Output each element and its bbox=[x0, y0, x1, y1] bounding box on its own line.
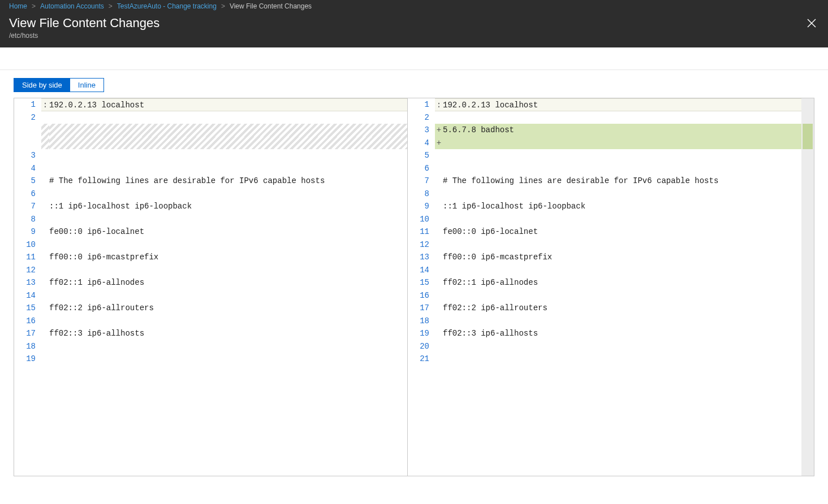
line-number: 21 bbox=[408, 353, 435, 366]
diff-row-right: 16 bbox=[408, 289, 801, 302]
code-text bbox=[443, 149, 801, 162]
diff-row-left: 13ff02::1 ip6-allnodes bbox=[14, 276, 407, 289]
diff-row-right: 5 bbox=[408, 149, 801, 162]
breadcrumb-sep: > bbox=[221, 2, 225, 10]
code-text bbox=[49, 213, 407, 226]
line-number: 5 bbox=[14, 175, 41, 188]
code-text: ff00::0 ip6-mcastprefix bbox=[443, 251, 801, 264]
line-number: 19 bbox=[408, 327, 435, 340]
line-number: 18 bbox=[408, 315, 435, 328]
diff-row-left: 18 bbox=[14, 340, 407, 353]
diff-row-right: 7# The following lines are desirable for… bbox=[408, 175, 801, 188]
diff-row-right: 8 bbox=[408, 188, 801, 201]
close-icon[interactable] bbox=[804, 16, 819, 33]
line-number: 17 bbox=[14, 327, 41, 340]
line-number: 14 bbox=[14, 289, 41, 302]
diff-marker bbox=[41, 327, 49, 340]
diff-row-right: 2 bbox=[408, 111, 801, 124]
diff-marker bbox=[435, 353, 443, 366]
code-text bbox=[49, 340, 407, 353]
diff-marker bbox=[41, 276, 49, 289]
toggle-inline[interactable]: Inline bbox=[70, 79, 104, 92]
code-text bbox=[49, 353, 407, 366]
line-number: 13 bbox=[408, 251, 435, 264]
diff-marker bbox=[435, 315, 443, 328]
code-text: ff02::1 ip6-allnodes bbox=[49, 276, 407, 289]
code-text bbox=[443, 340, 801, 353]
breadcrumb-link-automation[interactable]: Automation Accounts bbox=[40, 2, 104, 10]
code-text bbox=[49, 289, 407, 302]
overview-ruler[interactable] bbox=[801, 98, 814, 476]
diff-marker bbox=[41, 264, 49, 277]
breadcrumb-current: View File Content Changes bbox=[230, 2, 312, 10]
code-text bbox=[443, 289, 801, 302]
diff-marker bbox=[435, 213, 443, 226]
line-number: 13 bbox=[14, 276, 41, 289]
diff-row-left bbox=[14, 137, 407, 150]
diff-row-left: 1:192.0.2.13 localhost bbox=[14, 98, 407, 111]
line-number: 4 bbox=[408, 137, 435, 150]
line-number: 1 bbox=[408, 98, 435, 111]
code-text bbox=[443, 137, 801, 150]
diff-row-right: 19ff02::3 ip6-allhosts bbox=[408, 327, 801, 340]
code-text bbox=[443, 162, 801, 175]
code-text: ff02::1 ip6-allnodes bbox=[443, 276, 801, 289]
diff-row-right: 15ff02::1 ip6-allnodes bbox=[408, 276, 801, 289]
diff-row-right: 3+5.6.7.8 badhost bbox=[408, 124, 801, 137]
diff-row-left: 15ff02::2 ip6-allrouters bbox=[14, 302, 407, 315]
line-number: 2 bbox=[14, 111, 41, 124]
code-text bbox=[49, 162, 407, 175]
line-number: 17 bbox=[408, 302, 435, 315]
diff-marker bbox=[435, 264, 443, 277]
diff-pane-left[interactable]: 1:192.0.2.13 localhost2345# The followin… bbox=[14, 98, 408, 476]
line-number: 9 bbox=[408, 200, 435, 213]
line-number: 18 bbox=[14, 340, 41, 353]
diff-marker bbox=[435, 149, 443, 162]
diff-row-right: 20 bbox=[408, 340, 801, 353]
diff-row-left: 9fe00::0 ip6-localnet bbox=[14, 225, 407, 238]
code-text: ff02::3 ip6-allhosts bbox=[49, 327, 407, 340]
toolbar-spacer bbox=[0, 47, 828, 70]
code-text bbox=[443, 353, 801, 366]
breadcrumb-link-home[interactable]: Home bbox=[9, 2, 27, 10]
code-text bbox=[443, 188, 801, 201]
diff-marker bbox=[41, 149, 49, 162]
code-text: ff02::3 ip6-allhosts bbox=[443, 327, 801, 340]
code-text: fe00::0 ip6-localnet bbox=[49, 225, 407, 238]
diff-row-right: 13ff00::0 ip6-mcastprefix bbox=[408, 251, 801, 264]
diff-marker bbox=[41, 238, 49, 251]
line-number: 4 bbox=[14, 162, 41, 175]
line-number: 7 bbox=[408, 175, 435, 188]
line-number: 6 bbox=[408, 162, 435, 175]
line-number: 19 bbox=[14, 353, 41, 366]
toggle-side-by-side[interactable]: Side by side bbox=[14, 79, 70, 92]
line-number: 6 bbox=[14, 188, 41, 201]
line-number: 3 bbox=[408, 124, 435, 137]
code-text: # The following lines are desirable for … bbox=[49, 175, 407, 188]
line-number: 1 bbox=[14, 98, 41, 111]
code-text: ff00::0 ip6-mcastprefix bbox=[49, 251, 407, 264]
line-number: 12 bbox=[14, 264, 41, 277]
code-text bbox=[49, 137, 407, 150]
diff-marker bbox=[435, 200, 443, 213]
diff-marker bbox=[41, 188, 49, 201]
code-text bbox=[49, 124, 407, 137]
line-number: 8 bbox=[14, 213, 41, 226]
line-number bbox=[14, 137, 41, 150]
diff-row-right: 18 bbox=[408, 315, 801, 328]
diff-pane-right[interactable]: 1:192.0.2.13 localhost23+5.6.7.8 badhost… bbox=[408, 98, 801, 476]
diff-marker bbox=[435, 162, 443, 175]
breadcrumb-link-changetracking[interactable]: TestAzureAuto - Change tracking bbox=[117, 2, 217, 10]
diff-row-left: 10 bbox=[14, 238, 407, 251]
diff-marker bbox=[41, 289, 49, 302]
line-number: 11 bbox=[14, 251, 41, 264]
diff-row-right: 12 bbox=[408, 238, 801, 251]
code-text bbox=[49, 238, 407, 251]
breadcrumb-sep: > bbox=[32, 2, 36, 10]
code-text: fe00::0 ip6-localnet bbox=[443, 225, 801, 238]
diff-marker bbox=[41, 137, 49, 150]
diff-marker: : bbox=[435, 98, 443, 111]
code-text bbox=[49, 111, 407, 124]
diff-row-left: 8 bbox=[14, 213, 407, 226]
line-number bbox=[14, 124, 41, 137]
